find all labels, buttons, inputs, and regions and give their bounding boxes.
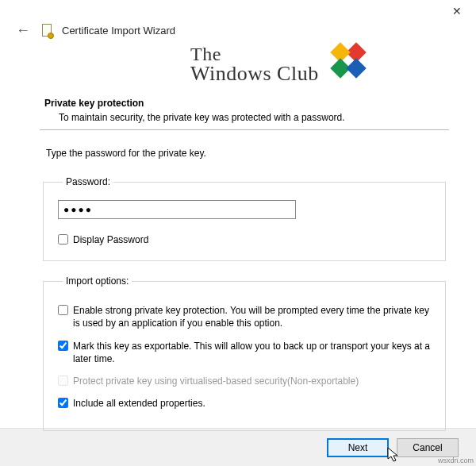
display-password-checkbox[interactable]: Display Password [58,233,431,246]
footer-bar: Next Cancel [0,428,476,466]
import-options-group: Import options: Enable strong private ke… [43,275,446,431]
next-button[interactable]: Next [327,438,389,457]
option-extended-properties-box[interactable] [58,398,68,408]
option-strong-protection-box[interactable] [58,305,68,315]
cancel-button[interactable]: Cancel [397,438,459,457]
option-exportable[interactable]: Mark this key as exportable. This will a… [58,340,431,365]
option-extended-properties[interactable]: Include all extended properties. [58,397,431,410]
certificate-icon [41,23,54,39]
option-exportable-label: Mark this key as exportable. This will a… [73,340,431,365]
option-strong-protection-label: Enable strong private key protection. Yo… [73,304,431,329]
option-virtualised-security-label: Protect private key using virtualised-ba… [73,375,359,387]
instruction-text: Type the password for the private key. [46,148,449,159]
display-password-box[interactable] [58,234,68,245]
wizard-title: Certificate Import Wizard [62,25,175,37]
option-exportable-box[interactable] [58,341,68,351]
option-extended-properties-label: Include all extended properties. [73,397,205,410]
password-input[interactable] [58,200,296,219]
option-strong-protection[interactable]: Enable strong private key protection. Yo… [58,304,431,329]
source-watermark: wsxdn.com [438,456,474,464]
divider [40,129,449,130]
section-title: Private key protection [44,98,449,109]
option-virtualised-security-box [58,375,68,386]
password-group: Password: Display Password [43,176,446,261]
back-arrow-icon[interactable]: ← [13,21,33,40]
section-description: To maintain security, the private key wa… [59,112,449,123]
password-legend: Password: [63,176,113,187]
option-virtualised-security: Protect private key using virtualised-ba… [58,375,431,387]
close-icon[interactable]: ✕ [449,5,465,17]
import-options-legend: Import options: [63,275,132,287]
display-password-label: Display Password [73,233,148,246]
